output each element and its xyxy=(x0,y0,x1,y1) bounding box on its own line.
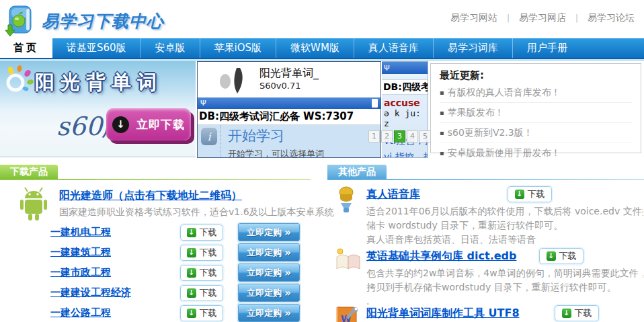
antenna-icon: Ψ xyxy=(384,64,390,73)
recent-update-text: s60更新到V2.3版！ xyxy=(448,127,533,138)
bullet-icon: ▪ xyxy=(440,89,444,96)
bullet-icon: ▪ xyxy=(440,149,444,157)
site-logo[interactable]: 易学习下载中心 xyxy=(4,2,164,40)
top-link-shop[interactable]: 易学习网店 xyxy=(519,12,566,24)
download-arrow-icon: ↓ xyxy=(187,268,196,278)
android-robot-icon xyxy=(15,186,52,226)
order-now-button[interactable]: 立即定购 » xyxy=(238,264,300,282)
menu-description: 开始学习，可以选择单词 xyxy=(228,148,324,157)
order-button-label: 立即定购 xyxy=(247,287,282,299)
row-link-jianzhu[interactable]: 一建建筑工程 xyxy=(50,246,111,259)
screenshot2-db-line: DB:四级考试 xyxy=(382,79,428,95)
page-dot-1[interactable]: 1 xyxy=(368,130,380,143)
app-screenshot-word: Ψ DB:四级考试 accuse ə k ju: z vt.控告，指 vi.指控… xyxy=(382,61,428,158)
table-row: 一建机电工程 ↓ 下载 立即定购 » xyxy=(0,223,311,243)
download-arrow-icon: ↓ xyxy=(515,190,524,199)
page-dot-4[interactable]: 4 xyxy=(407,130,418,143)
download-button[interactable]: ↓ 下载 xyxy=(555,305,599,321)
order-now-button[interactable]: 立即定购 » xyxy=(238,243,300,261)
info-icon: i xyxy=(201,128,217,145)
screenshot-app-title: 阳光背单词_ xyxy=(259,67,319,81)
row-link-gonglu[interactable]: 一建公路工程 xyxy=(50,307,111,319)
top-link-forum[interactable]: 易学习论坛 xyxy=(588,12,635,24)
chevron-right-icon: » xyxy=(284,227,291,239)
builder-product-link[interactable]: 阳光建造师（点击有下载地址二维码） xyxy=(59,189,242,203)
download-button[interactable]: ↓ 下载 xyxy=(180,305,223,321)
table-row: 一建建筑工程 ↓ 下载 立即定购 » xyxy=(0,243,311,263)
row-link-shizheng[interactable]: 一建市政工程 xyxy=(50,266,111,279)
description-line: 拷贝到手机存储卡wordstudy 目录下，重新运行软件即可。 xyxy=(366,280,643,294)
nav-item-wm[interactable]: 微软WM版 xyxy=(276,38,354,58)
app-swoosh-logo-icon xyxy=(216,67,251,97)
logo-text: 易学习下载中心 xyxy=(42,10,164,32)
banner-download-button[interactable]: ↓ 立即下载 xyxy=(106,108,191,140)
dictionary-tool-link[interactable]: 阳光背单词词库制作工具 UTF8 xyxy=(366,307,520,321)
table-row: 一建公路工程 ↓ 下载 立即定购 » xyxy=(0,303,311,322)
top-link-website[interactable]: 易学习网站 xyxy=(450,12,497,24)
download-button[interactable]: ↓ 下载 xyxy=(539,248,583,264)
screenshot-app-version: S60v0.71 xyxy=(259,81,300,91)
download-button[interactable]: ↓ 下载 xyxy=(180,245,223,261)
nav-item-manual[interactable]: 用户手册 xyxy=(512,38,581,58)
page-dot-3-active[interactable]: 3 xyxy=(394,130,405,143)
nav-item-android[interactable]: 安卓版 xyxy=(140,38,200,58)
backpack-download-icon xyxy=(4,2,36,40)
bullet-icon: ▪ xyxy=(440,129,444,136)
nav-item-ios[interactable]: 苹果iOS版 xyxy=(200,38,276,58)
order-now-button[interactable]: 立即定购 » xyxy=(238,304,300,322)
menu-text-column: 开始学习 开始学习，可以选择单词 xyxy=(221,125,324,157)
screenshot-db-line: DB:四级考试词汇必备 WS:7307 xyxy=(198,109,380,125)
link-separator: | xyxy=(575,13,578,23)
voice-library-link[interactable]: 真人语音库 xyxy=(366,188,420,202)
row-link-jidian[interactable]: 一建机电工程 xyxy=(50,226,111,239)
nav-item-voice-library[interactable]: 真人语音库 xyxy=(354,38,433,58)
bullet-icon: ▪ xyxy=(440,109,444,116)
description-line: 包含共享的约2w单词音标，4w单词的例句，简明词典需要此文件，下 xyxy=(366,266,643,280)
order-button-label: 立即定购 xyxy=(247,267,282,279)
tab-download-products[interactable]: 下载产品 xyxy=(0,165,58,179)
download-arrow-icon: ↓ xyxy=(187,248,196,257)
nav-item-home[interactable]: 首页 xyxy=(0,38,52,58)
download-button-label: 下载 xyxy=(200,227,217,239)
table-row: 一建建设工程经济 ↓ 下载 立即定购 » xyxy=(0,283,311,303)
download-arrow-icon: ↓ xyxy=(187,288,196,298)
screenshot2-statusbar: Ψ xyxy=(382,62,428,74)
recent-update-item[interactable]: ▪安卓版最新使用手册发布！ xyxy=(440,143,632,163)
microphone-icon xyxy=(334,186,358,216)
download-button[interactable]: ↓ 下载 xyxy=(180,265,223,281)
nav-item-dictionary[interactable]: 易学习词库 xyxy=(433,38,512,58)
nav-item-nokia-s60[interactable]: 诺基亚S60版 xyxy=(52,38,140,58)
description-line: 储卡 wordstudy 目录下，重新运行软件即可。 xyxy=(366,218,643,233)
screenshot-splash: 阳光背单词_ S60v0.71 xyxy=(198,62,380,97)
page-dot-2[interactable]: 2 xyxy=(381,130,393,143)
download-button[interactable]: ↓ 下载 xyxy=(180,225,223,241)
recent-update-item[interactable]: ▪有版权的真人语音库发布！ xyxy=(440,83,632,103)
recent-update-item[interactable]: ▪苹果版发布！ xyxy=(440,103,632,123)
order-now-button[interactable]: 立即定购 » xyxy=(238,223,300,241)
open-book-bulb-icon xyxy=(334,247,362,274)
download-button-label: 下载 xyxy=(575,307,592,319)
tab-other-products[interactable]: 其他产品 xyxy=(327,165,387,179)
word-entry: accuse xyxy=(384,97,428,108)
order-button-label: 立即定购 xyxy=(247,247,282,259)
download-arrow-icon: ↓ xyxy=(187,309,196,318)
recent-update-item[interactable]: ▪s60更新到V2.3版！ xyxy=(440,123,632,143)
download-button[interactable]: ↓ 下载 xyxy=(180,285,223,301)
download-button-label: 下载 xyxy=(200,247,217,259)
antenna-icon: Ψ xyxy=(200,99,206,108)
row-link-jingji[interactable]: 一建建设工程经济 xyxy=(50,286,131,299)
screenshot-menu: i 开始学习 开始学习，可以选择单词 xyxy=(198,125,380,157)
word-meaning-vi: vi.指控，指 xyxy=(384,151,428,158)
builder-product-description: 国家建造师职业资格考试练习软件，适合v1.6及以上版本安卓系统 xyxy=(59,206,334,218)
recent-updates-title: 最近更新: xyxy=(440,67,632,83)
download-button-label: 下载 xyxy=(200,307,217,319)
description-line: 真人语音库包括英语、日语、法语等语音 xyxy=(366,233,643,247)
sentence-library-link[interactable]: 英语基础共享例句库 dict.edb xyxy=(366,249,516,264)
order-button-label: 立即定购 xyxy=(247,227,282,239)
download-arrow-icon: ↓ xyxy=(562,309,571,318)
order-now-button[interactable]: 立即定购 » xyxy=(238,284,300,302)
menu-title: 开始学习 xyxy=(228,126,324,145)
download-button[interactable]: ↓ 下载 xyxy=(508,186,552,202)
download-button-label: 下载 xyxy=(200,267,217,279)
page-dot-5[interactable]: 5 xyxy=(419,130,431,143)
